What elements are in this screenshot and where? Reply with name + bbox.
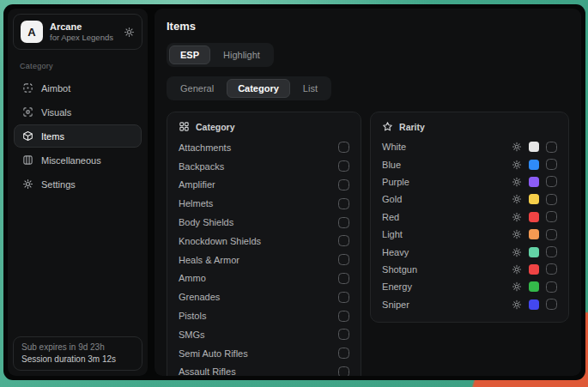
row-gear-icon[interactable] <box>512 247 522 257</box>
sidebar-item-aimbot[interactable]: Aimbot <box>14 76 142 100</box>
category-row-label: SMGs <box>179 330 205 340</box>
box-icon <box>22 130 33 142</box>
rarity-row: Gold <box>382 190 557 208</box>
rarity-color-swatch[interactable] <box>529 247 539 257</box>
category-row-label: Body Shields <box>179 217 233 227</box>
category-checkbox[interactable] <box>338 160 349 172</box>
rarity-checkbox[interactable] <box>546 194 557 205</box>
category-checkbox[interactable] <box>338 142 349 153</box>
tab-category[interactable]: Category <box>227 79 290 98</box>
category-checkbox[interactable] <box>338 329 349 340</box>
rarity-checkbox[interactable] <box>546 176 557 187</box>
sidebar-section-label: Category <box>20 62 136 70</box>
rarity-color-swatch[interactable] <box>529 299 539 310</box>
rarity-checkbox[interactable] <box>546 246 557 257</box>
rarity-row-label: Blue <box>382 160 401 170</box>
sidebar-item-label: Miscellaneous <box>41 155 101 166</box>
category-checkbox[interactable] <box>338 198 349 209</box>
category-row-label: Heals & Armor <box>179 255 239 265</box>
category-row: Grenades <box>179 287 349 306</box>
category-row-label: Backpacks <box>179 161 224 172</box>
row-gear-icon[interactable] <box>512 194 522 204</box>
category-checkbox[interactable] <box>338 348 349 359</box>
sidebar-item-miscellaneous[interactable]: Miscellaneous <box>14 148 142 172</box>
rarity-color-swatch[interactable] <box>529 160 539 170</box>
rarity-color-swatch[interactable] <box>529 142 539 152</box>
row-gear-icon[interactable] <box>512 229 522 239</box>
panels-row: Category Attachments Backpacks Amplifier… <box>167 112 569 376</box>
rarity-color-swatch[interactable] <box>529 212 539 222</box>
category-row-label: Assault Rifles <box>179 366 236 376</box>
rarity-row: Light <box>382 226 557 243</box>
columns-icon <box>22 154 33 166</box>
rarity-row-label: Energy <box>382 281 412 292</box>
rarity-row: Sniper <box>382 296 557 313</box>
gear-icon <box>22 178 33 190</box>
row-gear-icon[interactable] <box>512 264 522 275</box>
sidebar-item-label: Items <box>41 131 64 142</box>
rarity-color-swatch[interactable] <box>529 177 539 187</box>
category-row: Attachments <box>179 138 349 157</box>
category-checkbox[interactable] <box>338 292 349 303</box>
rarity-rows: White Blue Purple Gold Red <box>382 138 557 313</box>
sidebar-menu: Aimbot Visuals Items Miscellaneous Setti… <box>13 76 142 196</box>
category-row: Ammo <box>179 269 349 288</box>
rarity-row-label: Gold <box>382 194 402 204</box>
sidebar-item-settings[interactable]: Settings <box>14 172 142 196</box>
category-checkbox[interactable] <box>338 254 349 265</box>
grid-icon <box>179 121 190 132</box>
rarity-checkbox[interactable] <box>546 159 557 170</box>
category-checkbox[interactable] <box>338 273 349 284</box>
rarity-checkbox[interactable] <box>546 299 557 310</box>
category-checkbox[interactable] <box>338 179 349 190</box>
row-gear-icon[interactable] <box>512 299 522 310</box>
category-row: Assault Rifles <box>179 363 349 376</box>
row-gear-icon[interactable] <box>512 142 522 152</box>
category-panel-title: Category <box>196 122 235 132</box>
rarity-checkbox[interactable] <box>546 142 557 153</box>
tab-general[interactable]: General <box>169 79 225 98</box>
app-subtitle: for Apex Legends <box>50 33 113 42</box>
category-checkbox[interactable] <box>338 217 349 228</box>
rarity-row-label: Red <box>382 212 399 222</box>
tab-bar: GeneralCategoryList <box>167 76 331 100</box>
rarity-checkbox[interactable] <box>546 263 557 275</box>
category-row: Body Shields <box>179 213 349 232</box>
scan-eye-icon <box>22 106 33 118</box>
category-row: Semi Auto Rifles <box>179 344 349 363</box>
sidebar-item-visuals[interactable]: Visuals <box>14 100 142 124</box>
star-icon <box>382 121 393 132</box>
sidebar-item-items[interactable]: Items <box>14 124 142 148</box>
row-gear-icon[interactable] <box>512 177 522 187</box>
rarity-color-swatch[interactable] <box>529 229 539 239</box>
rarity-panel: Rarity White Blue Purple Gold <box>370 112 569 323</box>
rarity-row-label: Sniper <box>382 299 409 310</box>
category-row: Helmets <box>179 194 349 213</box>
rarity-row-label: Heavy <box>382 247 409 257</box>
sidebar-item-label: Aimbot <box>41 83 70 94</box>
rarity-checkbox[interactable] <box>546 281 557 293</box>
page-title: Items <box>167 20 569 33</box>
rarity-row: White <box>382 138 557 155</box>
subscription-info-card: Sub expires in 9d 23h Session duration 3… <box>13 336 142 371</box>
category-row-label: Amplifier <box>179 179 215 190</box>
rarity-row: Energy <box>382 278 557 295</box>
category-checkbox[interactable] <box>338 311 349 322</box>
row-gear-icon[interactable] <box>512 281 522 292</box>
mode-esp[interactable]: ESP <box>169 45 210 64</box>
category-row-label: Attachments <box>179 142 231 153</box>
brand-gear-icon[interactable] <box>124 27 135 38</box>
mode-highlight[interactable]: Highlight <box>212 45 271 64</box>
tab-list[interactable]: List <box>292 79 329 98</box>
rarity-checkbox[interactable] <box>546 211 557 222</box>
category-checkbox[interactable] <box>338 235 349 246</box>
row-gear-icon[interactable] <box>512 212 522 222</box>
rarity-checkbox[interactable] <box>546 229 557 240</box>
rarity-color-swatch[interactable] <box>529 281 539 292</box>
category-checkbox[interactable] <box>338 366 349 376</box>
rarity-color-swatch[interactable] <box>529 194 539 204</box>
category-panel: Category Attachments Backpacks Amplifier… <box>167 112 361 376</box>
session-duration-text: Session duration 3m 12s <box>21 354 134 364</box>
rarity-color-swatch[interactable] <box>529 264 539 275</box>
row-gear-icon[interactable] <box>512 160 522 170</box>
